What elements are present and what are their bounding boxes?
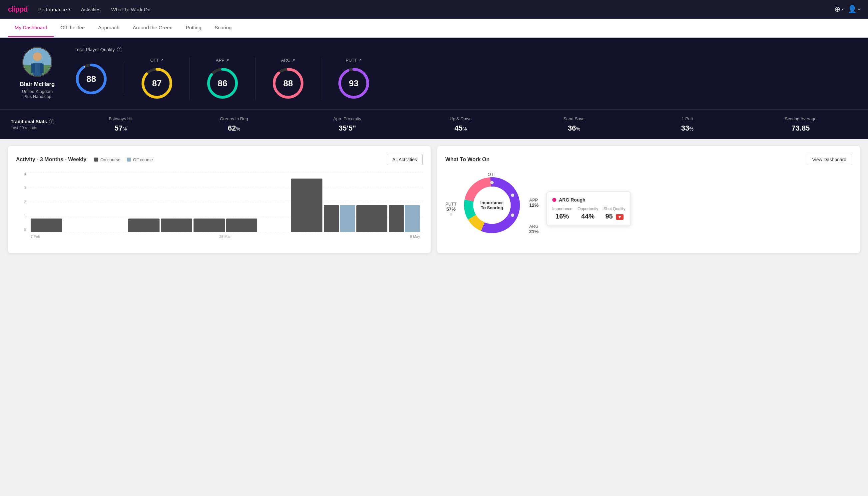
stat-value: 33% (631, 124, 744, 133)
x-label: 7 Feb (31, 234, 40, 238)
off-course-bar (405, 205, 420, 232)
stat-name: Fairways Hit (64, 116, 177, 121)
stat-value: 36% (517, 124, 631, 133)
tab-navigation: My Dashboard Off the Tee Approach Around… (0, 19, 868, 37)
bars-container (28, 172, 423, 232)
stat-value: 57% (64, 124, 177, 133)
arrow-icon: ↗ (358, 58, 362, 63)
on-course-bar (128, 218, 160, 232)
stats-row: Traditional Stats ? Last 20 rounds Fairw… (0, 109, 868, 139)
chevron-down-icon: ▾ (68, 7, 70, 12)
putt-donut-label: PUTT 57% (445, 202, 457, 216)
stat-value: 35'5" (291, 124, 404, 133)
tab-around-the-green[interactable]: Around the Green (126, 19, 179, 37)
x-axis-labels: 7 Feb 28 Mar 9 May (28, 234, 423, 238)
svg-point-22 (490, 181, 494, 184)
bar-group (324, 205, 355, 232)
card-header: What To Work On View Dashboard (445, 154, 852, 165)
stat-sand-save: Sand Save 36% (517, 116, 631, 133)
stat-name: Up & Down (404, 116, 517, 121)
tooltip-stats: Importance 16% Opportunity 44% Shot Qual… (552, 206, 625, 220)
tab-scoring[interactable]: Scoring (208, 19, 238, 37)
total-ring: 88 (75, 62, 108, 96)
info-icon[interactable]: ? (117, 47, 122, 52)
stats-subtitle: Last 20 rounds (11, 126, 64, 130)
tooltip-stat-label: Opportunity (578, 206, 598, 211)
on-course-bar (324, 205, 339, 232)
bar-group (389, 205, 420, 232)
player-country: United Kingdom (22, 89, 53, 94)
tooltip-title: ARG Rough (559, 197, 585, 203)
ott-ring: 87 (140, 67, 174, 100)
stat-name: Scoring Average (744, 116, 857, 121)
tooltip-header: ARG Rough (552, 197, 625, 203)
y-label: 3 (16, 186, 26, 190)
logo[interactable]: clippd (8, 5, 28, 14)
tab-off-the-tee[interactable]: Off the Tee (54, 19, 92, 37)
putt-indicator-dot (449, 213, 452, 216)
off-course-dot (127, 158, 131, 161)
tooltip-stat-shot-quality: Shot Quality 95 ▼ (603, 206, 625, 220)
on-course-dot (94, 158, 98, 161)
app-donut-label: APP 12% (529, 198, 539, 208)
donut-center: Importance To Scoring (480, 200, 504, 210)
stats-label: Traditional Stats ? Last 20 rounds (11, 119, 64, 130)
stat-scoring-average: Scoring Average 73.85 (744, 116, 857, 133)
user-icon: 👤 (848, 5, 857, 14)
ott-score-value: 87 (152, 78, 162, 89)
scores-row: 88 OTT ↗ 87 (75, 58, 857, 100)
empty-bar (63, 231, 95, 232)
empty-bar (96, 231, 127, 232)
chevron-down-icon: ▾ (842, 7, 844, 12)
putt-label: PUTT ↗ (346, 58, 362, 63)
info-icon[interactable]: ? (49, 119, 54, 124)
card-header: Activity - 3 Months - Weekly On course O… (16, 154, 423, 165)
stat-greens-in-reg: Greens In Reg 62% (177, 116, 290, 133)
avatar (22, 47, 52, 77)
stat-value: 45% (404, 124, 517, 133)
player-name: Blair McHarg (20, 81, 55, 88)
app-label: APP ↗ (216, 58, 229, 63)
app-ring: 86 (206, 67, 239, 100)
tooltip-stat-value: 16% (552, 213, 572, 220)
app-score-card: APP ↗ 86 (190, 58, 255, 100)
grid-line (28, 232, 423, 232)
stat-name: Sand Save (517, 116, 631, 121)
add-button[interactable]: ⊕ ▾ (834, 5, 844, 14)
app-score-value: 86 (218, 78, 227, 89)
svg-rect-4 (31, 64, 35, 73)
y-label: 0 (16, 228, 26, 232)
bottom-section: Activity - 3 Months - Weekly On course O… (0, 139, 868, 260)
stat-up-down: Up & Down 45% (404, 116, 517, 133)
putt-score-card: PUTT ↗ 93 (321, 58, 386, 100)
putt-score-value: 93 (349, 78, 359, 89)
user-menu-button[interactable]: 👤 ▾ (848, 5, 860, 14)
arg-donut-label: ARG 21% (529, 224, 539, 234)
all-activities-button[interactable]: All Activities (387, 154, 423, 165)
hero-section: Blair McHarg United Kingdom Plus Handica… (0, 37, 868, 109)
arg-label: ARG ↗ (281, 58, 295, 63)
arrow-icon: ↗ (160, 58, 163, 63)
putt-ring: 93 (337, 67, 370, 100)
arg-ring: 88 (271, 67, 305, 100)
stat-name: App. Proximity (291, 116, 404, 121)
stat-fairways-hit: Fairways Hit 57% (64, 116, 177, 133)
nav-what-to-work-on[interactable]: What To Work On (111, 7, 151, 12)
tab-putting[interactable]: Putting (179, 19, 208, 37)
tab-approach[interactable]: Approach (91, 19, 126, 37)
nav-left: clippd Performance ▾ Activities What To … (8, 5, 151, 14)
stat-value: 73.85 (744, 124, 857, 133)
bar-group (226, 218, 257, 232)
on-course-bar (226, 218, 257, 232)
hero-top: Blair McHarg United Kingdom Plus Handica… (11, 47, 857, 100)
nav-performance[interactable]: Performance ▾ (38, 7, 70, 12)
tab-my-dashboard[interactable]: My Dashboard (8, 19, 54, 37)
tooltip-stat-label: Shot Quality (603, 206, 625, 211)
total-score-card: 88 (75, 62, 124, 96)
view-dashboard-button[interactable]: View Dashboard (807, 154, 852, 165)
nav-activities[interactable]: Activities (81, 7, 100, 12)
y-label: 4 (16, 172, 26, 176)
avatar-image (23, 48, 51, 76)
svg-point-24 (511, 214, 514, 217)
arrow-icon: ↗ (292, 58, 295, 63)
